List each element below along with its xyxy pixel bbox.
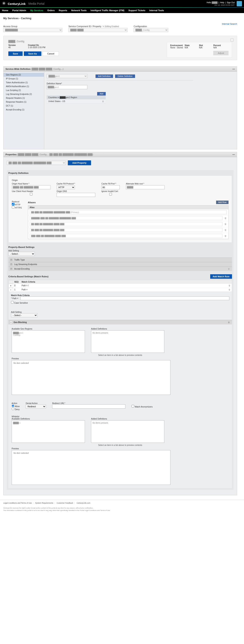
https-checkbox[interactable] — [12, 206, 14, 208]
add-setting-select-2[interactable]: - Select - — [11, 313, 37, 317]
setting-accept-encoding[interactable]: +Accept-Encoding🗑 — [8, 266, 232, 271]
add-match-rule-button[interactable]: Add Match Rule — [210, 274, 232, 279]
added-def-listbox[interactable]: No items present. — [91, 330, 164, 353]
sidenav-lua[interactable]: Lua Scripting (2) — [3, 88, 44, 92]
property-select[interactable]: ██-███.██.███████.████████.███ — [7, 161, 66, 165]
trash-icon[interactable]: 🗑 — [228, 321, 230, 324]
definition-select[interactable]: ████geo1 — [47, 74, 87, 78]
deny-radio[interactable] — [12, 408, 14, 410]
trash-icon[interactable]: 🗑 — [102, 100, 104, 102]
geo-blocking-header[interactable]: −Geo Blocking🗑 — [8, 320, 232, 324]
alias-input[interactable] — [30, 210, 227, 214]
nav-support[interactable]: Support Tickets — [128, 9, 145, 12]
alias-input[interactable] — [30, 222, 222, 226]
sidenav-dct[interactable]: DCT (1) — [3, 104, 44, 108]
setting-traffic-type[interactable]: +Traffic Type — [8, 258, 232, 262]
swd-panel-header[interactable]: Service-Wide Definition (████ ████ ████_… — [3, 66, 237, 72]
nav-network-tools[interactable]: Network Tools — [71, 9, 87, 12]
path-input[interactable] — [20, 296, 229, 300]
nav-reports[interactable]: Reports — [59, 9, 67, 12]
help-link[interactable]: Help — [220, 2, 224, 4]
list-item[interactable]: LuaMap — [13, 334, 84, 336]
sidenav-accept-encoding[interactable]: Accept-Encoding (1) — [3, 108, 44, 112]
trash-icon[interactable]: 🗑 — [228, 268, 230, 270]
configuration-select[interactable]: ████_Config — [134, 28, 168, 32]
setting-log-streaming[interactable]: +Log Streaming Endpoints — [8, 262, 232, 266]
sidenav-ip-groups[interactable]: IP Groups (1) — [3, 77, 44, 80]
alias-input[interactable] — [30, 228, 222, 232]
add-setting-select[interactable]: - Select - — [8, 252, 35, 256]
ohn-input[interactable] — [12, 185, 50, 189]
trash-icon[interactable]: 🗑 — [225, 217, 227, 219]
version-value: 40 — [8, 46, 16, 48]
internal-search-link[interactable]: Internal Search — [222, 23, 237, 25]
scid-select[interactable]: ████ ████ — [68, 28, 127, 32]
sidenav-geo-regions[interactable]: Geo Regions (2) — [3, 73, 44, 77]
collapse-icon[interactable]: − — [10, 321, 12, 324]
whitelist-avail-listbox[interactable]: ████-1 — [12, 420, 85, 443]
nav-itm[interactable]: Intelligent Traffic Manager (ITM) — [91, 9, 124, 12]
sidenav-resp-headers[interactable]: Response Headers (1) — [3, 100, 44, 104]
sidenav-token-auth[interactable]: Token Authentication (1) — [3, 80, 44, 84]
add-property-button[interactable]: Add Property — [68, 160, 91, 165]
expand-icon[interactable]: + — [8, 284, 13, 288]
nav-home[interactable]: Home — [2, 9, 8, 12]
sidenav-req-headers[interactable]: Request Headers (1) — [3, 96, 44, 100]
trash-icon[interactable]: 🗑 — [225, 235, 227, 237]
cfp-select[interactable]: HTTP — [57, 185, 75, 189]
footer-legal[interactable]: Legal Conditions and Terms of Use — [3, 502, 32, 504]
expand-icon[interactable]: + — [10, 264, 12, 265]
redirect-url-input[interactable] — [52, 404, 125, 408]
logo[interactable]: CenturyLink Media Portal — [2, 2, 44, 6]
collapse-icon[interactable]: — — [232, 153, 235, 156]
expand-icon[interactable]: + — [10, 259, 12, 261]
footer-ctl[interactable]: CenturyLink.com — [77, 502, 90, 504]
adjust-button[interactable]: Adjust — [213, 51, 229, 55]
delete-definition-button[interactable]: Delete Definition — [115, 74, 135, 78]
odns-input[interactable] — [57, 193, 95, 197]
footer-sysreq[interactable]: System Requirements — [35, 502, 53, 504]
iic-checkbox[interactable] — [102, 193, 120, 196]
save-button[interactable]: Save — [8, 52, 23, 56]
case-sensitive-checkbox[interactable] — [11, 301, 14, 304]
uchh-checkbox[interactable] — [12, 193, 50, 196]
match-anonymizers-checkbox[interactable] — [131, 405, 134, 408]
footer-feedback[interactable]: Customer Feedback — [57, 502, 73, 504]
awr-input[interactable] — [126, 185, 165, 189]
save-as-button[interactable]: Save As — [24, 52, 41, 56]
nav-my-services[interactable]: My Services — [30, 9, 43, 12]
expand-icon[interactable]: + — [10, 268, 12, 270]
http-checkbox[interactable] — [12, 203, 14, 206]
alias-input[interactable] — [30, 216, 222, 220]
allow-radio[interactable] — [12, 404, 14, 407]
list-item[interactable]: ████-1 — [13, 422, 84, 424]
add-row-button[interactable]: Add Row — [216, 200, 229, 204]
alias-input[interactable] — [30, 234, 222, 238]
top-bar: CenturyLink Media Portal Hello ████ | He… — [0, 0, 244, 7]
nav-internal[interactable]: Internal Tools — [149, 9, 164, 12]
access-group-select[interactable]: ████████ — [3, 28, 62, 32]
trash-icon[interactable]: 🗑 — [225, 223, 227, 225]
trash-icon[interactable]: 🗑 — [227, 288, 232, 292]
nav-portal-admin[interactable]: Portal Admin — [12, 9, 26, 12]
whitelist-added-listbox[interactable]: No items present. — [91, 420, 164, 443]
collapse-icon[interactable]: − — [8, 288, 13, 292]
def-name-input[interactable] — [47, 85, 87, 89]
signout-link[interactable]: Sign Out — [227, 2, 235, 4]
sidenav-aws4-auth[interactable]: AWS4 Authentification (1) — [3, 84, 44, 88]
trash-icon[interactable]: 🗑 — [227, 284, 232, 288]
collapse-icon[interactable]: — — [232, 68, 235, 70]
add-country-button[interactable]: Add — [97, 92, 106, 96]
rule-row[interactable]: −1Path =🗑 — [8, 288, 232, 292]
add-definition-button[interactable]: Add Definition — [96, 74, 113, 78]
cancel-button[interactable]: Cancel — [43, 52, 59, 56]
list-item[interactable]: ████geo1 — [13, 332, 84, 334]
nav-orders[interactable]: Orders — [47, 9, 55, 12]
trash-icon[interactable]: 🗑 — [225, 229, 227, 231]
avail-geo-listbox[interactable]: ████geo1 LuaMap — [12, 330, 85, 353]
cfport-input[interactable] — [102, 185, 120, 189]
sidenav-log-streaming[interactable]: Log Streaming Endpoints (2) — [3, 92, 44, 96]
denial-action-select[interactable]: Redirect — [26, 404, 46, 408]
properties-panel-header[interactable]: Properties (████ ████ ████_Config… ██-██… — [3, 152, 237, 157]
rule-row[interactable]: +0Path = /🗑 — [8, 284, 232, 288]
